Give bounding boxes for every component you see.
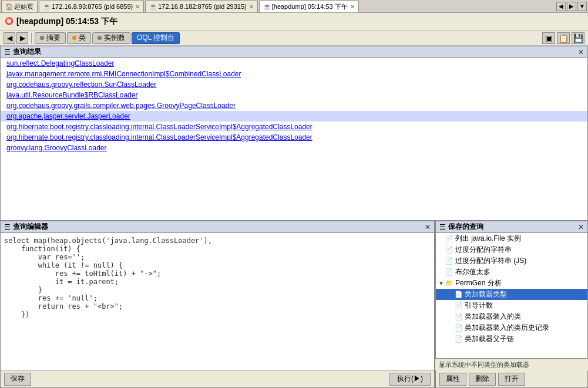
saved-item-label: PermGen 分析 [455, 278, 502, 288]
tab-instances-label: 实例数 [104, 33, 125, 43]
title-text: [heapdump] 05:14:53 下午 [16, 16, 117, 27]
toolbar-btn-1[interactable]: ▣ [542, 32, 555, 44]
results-panel-title: 查询结果 [13, 47, 578, 57]
tab-instances[interactable]: 实例数 [92, 32, 130, 44]
tab-heapdump[interactable]: ☕ [heapdump] 05:14:53 下午 ✕ [259, 1, 359, 12]
saved-status-text: 显示系统中不同类型的类加载器 [435, 359, 588, 370]
tab-heap2-close[interactable]: ✕ [249, 4, 254, 10]
saved-query-item[interactable]: 📄类加载器装入的类历史记录 [436, 322, 587, 333]
file-icon: 📄 [455, 335, 463, 343]
saved-item-label: 布尔值太多 [455, 267, 490, 277]
tab-oql-label: OQL 控制台 [137, 33, 174, 43]
saved-query-item[interactable]: 📄列出 java.io.File 实例 [436, 233, 587, 244]
results-panel-header: ☰ 查询结果 ✕ [0, 46, 588, 58]
editor-textarea[interactable]: select map(heap.objects('java.lang.Class… [0, 232, 435, 370]
forward-button[interactable]: ▶ [16, 32, 28, 44]
tab-next-btn[interactable]: ▶ [567, 2, 576, 11]
tab-menu-btn[interactable]: ▼ [577, 2, 587, 11]
result-item[interactable]: org.codehaus.groovy.reflection.SunClassL… [1, 79, 587, 90]
saved-query-item[interactable]: 📄引导计数 [436, 300, 587, 311]
result-item[interactable]: org.codehaus.groovy.grails.compiler.web.… [1, 100, 587, 111]
saved-query-item[interactable]: 📄过度分配的字符串 (JS) [436, 255, 587, 266]
back-button[interactable]: ◀ [4, 32, 15, 44]
bottom-section: ☰ 查询编辑器 ✕ select map(heap.objects('java.… [0, 221, 588, 388]
main-area: ☰ 查询结果 ✕ sun.reflect.DelegatingClassLoad… [0, 46, 588, 388]
save-button[interactable]: 保存 [4, 373, 31, 386]
tab-summary[interactable]: 摘要 [35, 32, 66, 44]
coffee-icon-1: ☕ [43, 3, 50, 10]
tab-oql[interactable]: OQL 控制台 [132, 32, 180, 44]
result-item[interactable]: org.hibernate.boot.registry.classloading… [1, 122, 587, 132]
tab-heap1-close[interactable]: ✕ [135, 4, 140, 10]
file-icon: 📄 [455, 291, 463, 298]
saved-panel-title: 保存的查询 [448, 222, 578, 232]
results-panel-icon: ☰ [4, 48, 11, 56]
saved-item-label: 类加载器类型 [465, 289, 507, 299]
home-icon: 🏠 [5, 3, 12, 10]
editor-panel-header: ☰ 查询编辑器 ✕ [0, 221, 435, 232]
result-item[interactable]: java.util.ResourceBundle$RBClassLoader [1, 90, 587, 100]
toolbar-btn-2[interactable]: 📋 [557, 32, 570, 44]
saved-query-item[interactable]: 📄过度分配的字符串 [436, 244, 587, 255]
toolbar-btn-3[interactable]: 💾 [572, 32, 584, 44]
toolbar: ◀ ▶ 摘要 类 实例数 OQL 控制台 ▣ 📋 💾 [0, 31, 588, 46]
saved-panel-icon: ☰ [439, 223, 446, 231]
editor-panel-icon: ☰ [4, 223, 11, 231]
tab-heap2-label: 172.16.8.182:8765 (pid 29315) [158, 3, 246, 10]
saved-query-item[interactable]: 📄类加载器父子链 [436, 333, 587, 345]
tree-expand-icon[interactable]: ▼ [438, 280, 445, 286]
properties-button[interactable]: 属性 [439, 373, 466, 386]
tab-bar: 🏠 起始页 ☕ 172.16.8.93:8765 (pid 6859) ✕ ☕ … [0, 0, 588, 13]
toolbar-right-buttons: ▣ 📋 💾 [542, 32, 584, 44]
delete-button[interactable]: 删除 [469, 373, 496, 386]
toolbar-separator-1 [31, 33, 32, 43]
title-bar: ⭕ [heapdump] 05:14:53 下午 [0, 13, 588, 31]
file-icon: 📄 [445, 257, 453, 265]
saved-query-item[interactable]: 📄类加载器类型 [436, 289, 587, 300]
saved-panel: ☰ 保存的查询 ✕ 📄列出 java.io.File 实例📄过度分配的字符串📄过… [435, 221, 588, 388]
title-circle-icon: ⭕ [5, 17, 14, 26]
execute-button[interactable]: 执行(▶) [389, 373, 431, 386]
tab-classes[interactable]: 类 [67, 32, 91, 44]
result-item[interactable]: org.apache.jasper.servlet.JasperLoader [1, 111, 587, 122]
results-list[interactable]: sun.reflect.DelegatingClassLoaderjavax.m… [0, 58, 588, 221]
folder-icon: 📁 [445, 279, 453, 287]
file-icon: 📄 [455, 313, 463, 320]
editor-panel-close[interactable]: ✕ [425, 223, 431, 231]
saved-query-item[interactable]: 📄类加载器装入的类 [436, 311, 587, 322]
open-button[interactable]: 打开 [498, 373, 525, 386]
editor-footer: 保存 执行(▶) [0, 370, 435, 388]
tab-home[interactable]: 🏠 起始页 [1, 1, 38, 12]
saved-panel-header: ☰ 保存的查询 ✕ [435, 221, 588, 232]
coffee-icon-3: ☕ [263, 3, 270, 10]
results-panel: ☰ 查询结果 ✕ sun.reflect.DelegatingClassLoad… [0, 46, 588, 221]
file-icon: 📄 [445, 246, 453, 254]
tab-heap2[interactable]: ☕ 172.16.8.182:8765 (pid 29315) ✕ [145, 1, 257, 12]
result-item[interactable]: groovy.lang.GroovyClassLoader [1, 143, 587, 153]
tab-heap1-label: 172.16.8.93:8765 (pid 6859) [52, 3, 133, 10]
tab-heapdump-label: [heapdump] 05:14:53 下午 [272, 2, 348, 11]
coffee-icon-2: ☕ [149, 3, 156, 10]
result-item[interactable]: sun.reflect.DelegatingClassLoader [1, 58, 587, 69]
results-panel-close[interactable]: ✕ [578, 48, 584, 56]
saved-item-label: 过度分配的字符串 (JS) [455, 256, 526, 266]
saved-query-item[interactable]: 📄布尔值太多 [436, 266, 587, 278]
tab-prev-btn[interactable]: ◀ [556, 2, 566, 11]
tab-heapdump-close[interactable]: ✕ [350, 4, 355, 10]
file-icon: 📄 [455, 324, 463, 332]
file-icon: 📄 [445, 268, 453, 276]
saved-query-item[interactable]: ▼📁PermGen 分析 [436, 278, 587, 289]
saved-item-label: 过度分配的字符串 [455, 245, 512, 255]
tab-nav-buttons: ◀ ▶ ▼ [556, 2, 587, 11]
tab-classes-label: 类 [79, 33, 86, 43]
tab-summary-label: 摘要 [46, 33, 61, 43]
result-item[interactable]: org.hibernate.boot.registry.classloading… [1, 132, 587, 143]
saved-queries-list[interactable]: 📄列出 java.io.File 实例📄过度分配的字符串📄过度分配的字符串 (J… [435, 232, 588, 359]
tab-heap1[interactable]: ☕ 172.16.8.93:8765 (pid 6859) ✕ [39, 1, 144, 12]
instances-dot [98, 36, 102, 40]
result-item[interactable]: javax.management.remote.rmi.RMIConnectio… [1, 69, 587, 79]
saved-panel-close[interactable]: ✕ [578, 223, 584, 231]
saved-item-label: 类加载器装入的类历史记录 [465, 323, 549, 333]
saved-item-label: 引导计数 [465, 301, 493, 311]
file-icon: 📄 [445, 235, 453, 242]
